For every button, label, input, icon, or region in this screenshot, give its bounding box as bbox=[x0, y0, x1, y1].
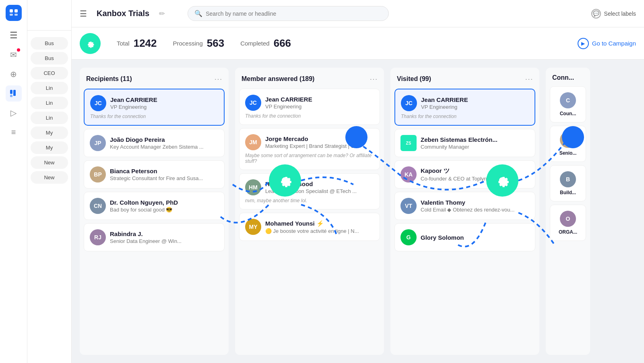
card-vt-avatar: VT bbox=[400, 198, 417, 214]
sidebar-item-lin3[interactable]: Lin bbox=[31, 112, 68, 124]
sidebar-item-ceo[interactable]: CEO bbox=[31, 67, 68, 79]
card-kv-headline: Co-founder & CEO at Toplyne bbox=[421, 176, 490, 182]
card-c1-name: Coun... bbox=[556, 111, 580, 116]
sidebar-item-bus1[interactable]: Bus bbox=[31, 37, 68, 50]
card-jc2[interactable]: JC Jean CARRIERE VP Engineering Thanks f… bbox=[239, 89, 380, 125]
kanban-board: Recipients (11) ⋯ JC Jean CARRIERE VP En… bbox=[72, 60, 644, 363]
column-visited-menu[interactable]: ⋯ bbox=[525, 74, 533, 84]
card-dcn[interactable]: CN Dr. Colton Nguyen, PhD Bad boy for so… bbox=[84, 192, 225, 220]
stats-bar: Total 1242 Processing 563 Completed 666 … bbox=[72, 27, 644, 60]
stat-total: Total 1242 bbox=[117, 37, 157, 50]
card-c2[interactable]: S Senio... bbox=[550, 126, 586, 162]
nav-list-btn[interactable]: ≡ bbox=[6, 124, 22, 140]
card-gs-name: Glory Solomon bbox=[421, 234, 464, 241]
sidebar-item-new2[interactable]: New bbox=[31, 171, 68, 184]
select-labels-btn[interactable]: 💬 Select labels bbox=[591, 9, 636, 19]
sidebar-item-lin2[interactable]: Lin bbox=[31, 97, 68, 109]
sidebar-item-my1[interactable]: My bbox=[31, 127, 68, 139]
card-jm[interactable]: JM Jorge Mercado Marketing Expert | Bran… bbox=[239, 128, 380, 170]
card-zs[interactable]: ZS Zeben Sistemas Electrón... Community … bbox=[394, 129, 535, 157]
stats-gear-icon bbox=[80, 33, 101, 54]
stat-processing: Processing 563 bbox=[173, 37, 225, 50]
card-jc1-headline: VP Engineering bbox=[110, 104, 157, 110]
card-c4-avatar: O bbox=[560, 211, 576, 227]
app-logo[interactable] bbox=[6, 5, 22, 21]
card-c3-name: Build... bbox=[556, 190, 580, 195]
sidebar-item-lin1[interactable]: Lin bbox=[31, 82, 68, 94]
sidebar-top-spacer bbox=[27, 3, 71, 31]
card-kv[interactable]: KA Kapoor ツ Co-founder & CEO at Toplyne bbox=[394, 160, 535, 189]
label-sidebar: Bus Bus CEO Lin Lin Lin My My New New bbox=[27, 0, 72, 363]
column-recipients-menu[interactable]: ⋯ bbox=[214, 74, 222, 84]
card-rj-name: Rabindra J. bbox=[110, 230, 182, 237]
card-jm-person: JM Jorge Mercado Marketing Expert | Bran… bbox=[245, 134, 374, 150]
card-dcn-headline: Bad boy for social good 😎 bbox=[110, 207, 178, 213]
card-jm-avatar: JM bbox=[245, 134, 261, 150]
card-jdp-name: João Diogo Pereira bbox=[110, 136, 204, 143]
card-my[interactable]: MY Mohamed Younsi ⚡ 🟡 Je booste votre ac… bbox=[239, 213, 380, 241]
card-hm-avatar: HM bbox=[245, 179, 261, 195]
card-jc1[interactable]: JC Jean CARRIERE VP Engineering Thanks f… bbox=[84, 89, 225, 126]
card-jdp-avatar: JP bbox=[90, 135, 106, 151]
svg-rect-3 bbox=[14, 14, 18, 16]
card-c3-avatar: B bbox=[560, 171, 576, 187]
card-gs-person: G Glory Solomon bbox=[400, 229, 529, 245]
card-gs[interactable]: G Glory Solomon bbox=[394, 223, 535, 251]
svg-rect-6 bbox=[10, 95, 12, 97]
card-c1[interactable]: C Coun... bbox=[550, 86, 586, 122]
card-jc3[interactable]: JC Jean CARRIERE VP Engineering Thanks f… bbox=[394, 89, 535, 126]
total-value: 1242 bbox=[134, 37, 157, 50]
nav-target-btn[interactable]: ⊕ bbox=[6, 66, 22, 82]
card-bp-avatar: BP bbox=[90, 166, 106, 183]
processing-value: 563 bbox=[207, 37, 224, 50]
card-my-person: MY Mohamed Younsi ⚡ 🟡 Je booste votre ac… bbox=[245, 219, 374, 235]
card-dcn-name: Dr. Colton Nguyen, PhD bbox=[110, 199, 178, 206]
card-jc1-avatar: JC bbox=[90, 95, 106, 111]
nav-menu-btn[interactable]: ☰ bbox=[6, 27, 22, 44]
search-input[interactable] bbox=[206, 10, 382, 17]
card-c4[interactable]: O ORGA... bbox=[550, 205, 586, 241]
card-bp[interactable]: BP Bianca Peterson Strategic Consultant … bbox=[84, 160, 225, 189]
nav-video-btn[interactable]: ▷ bbox=[6, 105, 22, 121]
card-hm[interactable]: HM Hamza Maqsood Lead Generation Special… bbox=[239, 173, 380, 210]
search-icon: 🔍 bbox=[194, 10, 202, 17]
nav-kanban-btn[interactable] bbox=[6, 85, 22, 102]
card-rj-person: RJ Rabindra J. Senior Data Engineer @ Wi… bbox=[90, 229, 219, 245]
card-c3[interactable]: B Build... bbox=[550, 165, 586, 201]
column-member-answered: Member answered (189) ⋯ JC Jean CARRIERE… bbox=[235, 68, 384, 355]
card-kv-avatar: KA bbox=[400, 166, 417, 183]
go-campaign-btn[interactable]: ▶ Go to Campaign bbox=[578, 38, 636, 49]
nav-inbox-btn[interactable]: ✉ bbox=[6, 47, 22, 63]
card-rj[interactable]: RJ Rabindra J. Senior Data Engineer @ Wi… bbox=[84, 223, 225, 251]
completed-value: 666 bbox=[274, 37, 291, 50]
column-member-answered-title: Member answered (189) bbox=[242, 75, 314, 83]
card-jdp[interactable]: JP João Diogo Pereira Key Account Manage… bbox=[84, 129, 225, 157]
card-rj-avatar: RJ bbox=[90, 229, 106, 245]
svg-rect-4 bbox=[10, 90, 12, 94]
column-visited-title: Visited (99) bbox=[397, 75, 431, 83]
column-recipients-header: Recipients (11) ⋯ bbox=[80, 68, 229, 89]
card-bp-headline: Strategic Consultant for Fire and Susa..… bbox=[110, 175, 203, 181]
hamburger-btn[interactable]: ☰ bbox=[80, 9, 87, 19]
card-hm-message: nvm, maybe another time lol. bbox=[245, 198, 374, 203]
svg-rect-2 bbox=[10, 14, 13, 16]
inbox-badge bbox=[17, 48, 20, 52]
sidebar-item-new1[interactable]: New bbox=[31, 156, 68, 169]
column-connected-cards: C Coun... S Senio... B Build... O ORGA..… bbox=[546, 86, 590, 355]
card-rj-headline: Senior Data Engineer @ Win... bbox=[110, 238, 182, 244]
edit-icon[interactable]: ✏ bbox=[159, 9, 165, 18]
card-vt-name: Valentin Thomy bbox=[421, 199, 514, 206]
column-recipients: Recipients (11) ⋯ JC Jean CARRIERE VP En… bbox=[80, 68, 229, 355]
card-vt[interactable]: VT Valentin Thomy Cold Email ◆ Obtenez d… bbox=[394, 192, 535, 220]
card-jc2-person: JC Jean CARRIERE VP Engineering bbox=[245, 95, 374, 111]
card-jdp-person: JP João Diogo Pereira Key Account Manage… bbox=[90, 135, 219, 151]
column-member-answered-menu[interactable]: ⋯ bbox=[369, 74, 378, 84]
card-jc2-avatar: JC bbox=[245, 95, 261, 111]
sidebar-item-my2[interactable]: My bbox=[31, 141, 68, 154]
sidebar-item-bus2[interactable]: Bus bbox=[31, 52, 68, 64]
card-jc2-message: Thanks for the connection bbox=[245, 113, 374, 119]
card-hm-name: Hamza Maqsood bbox=[265, 180, 357, 187]
card-jc2-headline: VP Engineering bbox=[265, 104, 312, 110]
column-visited-header: Visited (99) ⋯ bbox=[390, 68, 539, 89]
column-recipients-cards: JC Jean CARRIERE VP Engineering Thanks f… bbox=[80, 89, 229, 355]
